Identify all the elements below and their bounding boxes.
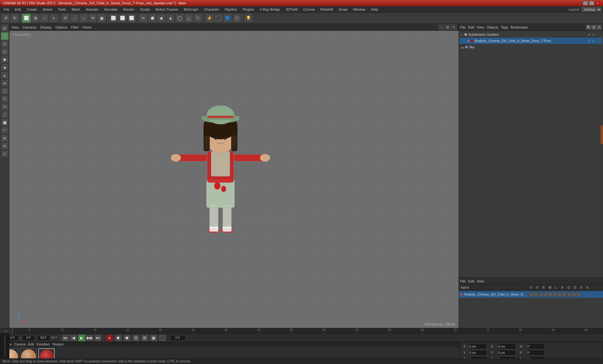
tool-paint[interactable]: ⬤ [1,119,8,126]
vp-close-button[interactable]: ✕ [451,24,457,30]
right-side-indicator[interactable] [600,125,603,144]
xpresso-button[interactable]: ⚡ [205,14,214,23]
transform-tool-button[interactable]: ⟲ [88,14,97,23]
menu-edit[interactable]: Edit [13,7,24,12]
light2-button[interactable]: 💡 [244,14,253,23]
floor-button[interactable]: ⬡ [232,14,241,23]
light-button[interactable]: ◯ [175,14,184,23]
minimize-button[interactable]: − [583,1,588,5]
vp-menu-cameras[interactable]: Cameras [23,25,37,29]
tool-select[interactable]: ⊞ [1,24,8,32]
record-button[interactable]: ● [106,335,113,341]
nurbs-button[interactable]: ◆ [157,14,166,23]
vp-menu-options[interactable]: Options [55,25,67,29]
tool-1[interactable]: ⬟ [1,56,8,63]
menu-3dtoall[interactable]: 3DToAll [283,7,300,12]
tool-spline[interactable]: ╱ [1,111,8,118]
obj-menu-view[interactable]: View [477,25,484,29]
attr-selected-row[interactable]: Realistic_Chinese_Girl_Child_in_Street_D… [459,291,603,298]
coord-p-rot[interactable] [526,350,545,356]
points-mode-button[interactable]: ⊞ [31,14,40,23]
coord-y-size[interactable] [497,350,516,356]
menu-render[interactable]: Render [121,7,137,12]
play-forward-button[interactable]: ▶ [78,335,85,341]
tool-move[interactable]: ↕ [1,32,8,40]
vp-layout-button[interactable]: ⊞ [445,24,450,30]
attr-menu-view[interactable]: View [477,279,484,283]
playback-options-button[interactable]: ⚙ [132,335,140,341]
obj-row-girl[interactable]: ⊕ Realistic_Chinese_Girl_Child_in_Street… [459,38,602,44]
frame-field[interactable] [170,335,186,341]
obj-row-sky[interactable]: ☁ Sky □ □ □ □ [459,44,602,50]
record-all-button[interactable]: ⏺ [123,335,131,341]
menu-animate[interactable]: Animate [83,7,101,12]
menu-motion-tracker[interactable]: Motion Tracker [153,7,181,12]
deformer-button[interactable]: ▲ [166,14,175,23]
vp-menu-filter[interactable]: Filter [71,25,79,29]
close-button[interactable]: ✕ [595,1,600,5]
mat-menu-corona[interactable]: Corona [14,342,25,346]
attr-menu-edit[interactable]: Edit [468,279,474,283]
tool-scale[interactable]: ⊡ [1,40,8,48]
obj-row-subdivision[interactable]: ▷ Subdivision Surface ✓ ✓ □ □ [459,31,602,38]
menu-plugins[interactable]: Plugins [240,7,257,12]
menu-file[interactable]: File [1,7,12,12]
menu-vray-bridge[interactable]: V-Ray Bridge [257,7,283,12]
tool-grid[interactable]: ⊞ [1,134,8,142]
create-primitive-button[interactable]: ✏ [139,14,148,23]
attr-flag-9[interactable]: □ [567,292,571,297]
menu-pipeline[interactable]: Pipeline [222,7,240,12]
coord-x-pos[interactable] [468,344,487,349]
menu-mograph[interactable]: MoGraph [181,7,201,12]
sky-button[interactable]: 🔵 [223,14,232,23]
menu-mesh[interactable]: Mesh [69,7,83,12]
camera-button[interactable]: △ [184,14,193,23]
render-active-button[interactable]: ⬜ [127,14,136,23]
layout-selector[interactable]: Startup [581,7,602,12]
mat-menu-edit[interactable]: Edit [28,342,34,346]
timeline-settings[interactable]: ⊞ [141,335,149,341]
obj-gear-icon[interactable]: ⚙ [591,25,596,30]
tool-brush[interactable]: ⊙ [1,150,8,158]
viewport-canvas[interactable]: Perspective Grid Spacing : 100 cm [9,31,459,328]
attr-flag-3[interactable]: □ [539,292,543,297]
attr-flag-5[interactable]: □ [548,292,552,297]
maximize-button[interactable]: □ [589,1,594,5]
end-frame-input[interactable] [37,335,50,341]
attr-flag-2[interactable]: □ [534,292,538,297]
coord-x-size[interactable] [497,344,516,349]
frame-rate-button[interactable]: ⬛ [159,335,166,341]
vp-menu-display[interactable]: Display [40,25,52,29]
current-frame-input[interactable] [22,335,35,341]
menu-window[interactable]: Window [350,7,368,12]
scale-tool-button[interactable]: ↔ [70,14,79,23]
render-button[interactable]: ⬜ [109,14,118,23]
obj-menu-objects[interactable]: Objects [486,25,498,29]
goto-start-button[interactable]: ⏮ [62,335,69,341]
render-region-button[interactable]: ⬜ [118,14,127,23]
null-button[interactable]: ☉ [193,14,202,23]
tool-2[interactable]: ◆ [1,64,8,71]
menu-redshift[interactable]: Redshift [318,7,335,12]
mat-menu-function[interactable]: Function [36,342,50,346]
obj-menu-edit[interactable]: Edit [468,25,474,29]
coord-y-pos[interactable] [468,350,487,356]
obj-menu-file[interactable]: File [460,25,466,29]
mat-menu-texture[interactable]: Texture [52,342,63,346]
coord-h-rot[interactable] [526,344,545,349]
attr-flag-8[interactable]: □ [562,292,567,297]
menu-select[interactable]: Select [40,7,55,12]
record-active-button[interactable]: ⏺ [115,335,122,341]
tool-sculpt[interactable]: ⊛ [1,142,8,150]
select-tool-button[interactable]: ▣ [97,14,106,23]
obj-search-icon[interactable]: 🔍 [586,25,591,30]
goto-end-button[interactable]: ⏭ [94,335,102,341]
edges-mode-button[interactable]: ○ [40,14,49,23]
menu-corona[interactable]: Corona [301,7,317,12]
obj-list-icon[interactable]: ≡ [597,25,602,30]
obj-menu-tags[interactable]: Tags [501,25,508,29]
tool-4[interactable]: ⊕ [1,79,8,87]
play-fast-button[interactable]: ▶▶ [86,335,94,341]
window-controls[interactable]: − □ ✕ [583,1,600,5]
rotate-tool-button[interactable]: ↕ [79,14,88,23]
